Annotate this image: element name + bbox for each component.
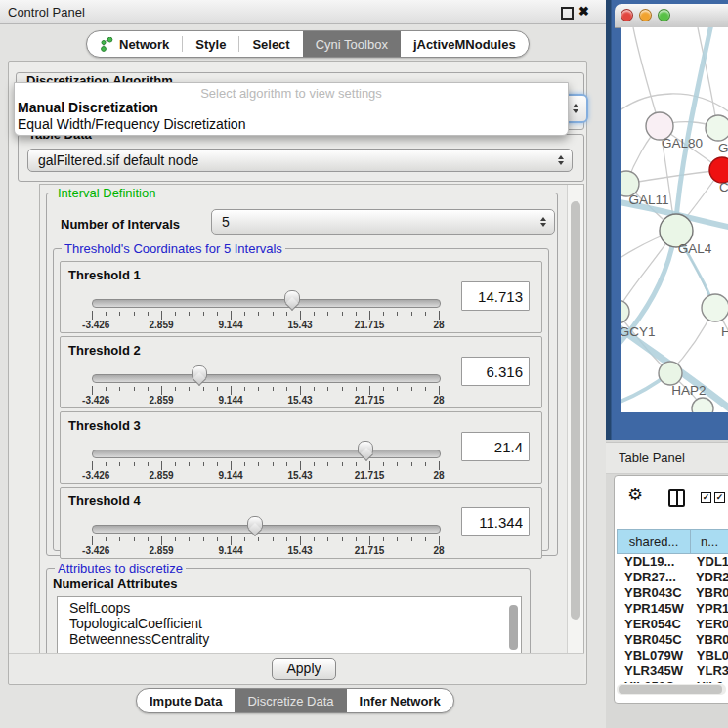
network-edge[interactable] <box>633 27 660 126</box>
tab-impute-data[interactable]: Impute Data <box>137 689 235 712</box>
table-horizontal-scrollbar[interactable] <box>617 684 726 695</box>
tick-mark <box>231 311 232 320</box>
tab-network[interactable]: Network <box>87 31 182 57</box>
cell-name[interactable]: YDL1 <box>691 554 728 570</box>
column-header-n-[interactable]: n... <box>691 529 728 554</box>
node-bottom[interactable] <box>692 398 713 412</box>
slider-thumb[interactable] <box>358 441 373 462</box>
scrollbar-thumb[interactable] <box>571 201 580 620</box>
table-row[interactable]: YLR345WYLR3 <box>617 664 728 679</box>
cell-shared-name[interactable]: YBR045C <box>617 632 690 648</box>
zoom-light[interactable] <box>658 9 670 21</box>
cell-name[interactable]: YBR0 <box>690 632 728 648</box>
table-row[interactable]: YPR145WYPR1 <box>617 601 728 617</box>
checkbox-icon[interactable]: ✓ <box>701 492 711 503</box>
threshold-value-field[interactable] <box>461 507 530 536</box>
scrollbar-thumb[interactable] <box>619 685 722 694</box>
table-row[interactable]: YER054CYER0 <box>617 617 728 632</box>
slider-thumb[interactable] <box>192 365 207 387</box>
table-row[interactable]: YDL19...YDL1 <box>617 554 728 570</box>
column-header-shared-[interactable]: shared... <box>617 529 691 554</box>
tick-mark <box>286 387 287 391</box>
close-light[interactable] <box>621 9 633 21</box>
tick-mark <box>397 462 398 466</box>
cell-shared-name[interactable]: YIL052C <box>617 679 691 683</box>
threshold-label: Threshold 3 <box>68 418 141 433</box>
algorithm-option-manual-discretization[interactable]: Manual Discretization <box>18 100 158 115</box>
tab-style[interactable]: Style <box>183 31 238 57</box>
threshold-value-field[interactable] <box>461 281 530 311</box>
slider-track[interactable] <box>92 299 441 308</box>
node-gcy1[interactable] <box>621 300 629 323</box>
tick-mark <box>161 386 162 395</box>
threshold-value-field[interactable] <box>461 432 530 461</box>
apply-button[interactable]: Apply <box>272 658 336 680</box>
gear-icon[interactable]: ⚙ <box>627 486 643 503</box>
network-canvas[interactable]: GAL80GAGAL11CGAL4GCY1HHAP2 <box>621 27 728 412</box>
slider-track[interactable] <box>92 525 441 534</box>
node-hap2[interactable] <box>659 362 682 385</box>
scale-label: 2.859 <box>149 320 173 330</box>
tick-mark <box>439 386 440 395</box>
cell-name[interactable]: YPR1 <box>690 601 728 617</box>
cell-name[interactable]: YBR0 <box>690 585 728 601</box>
tick-mark <box>231 386 232 395</box>
attribute-item[interactable]: BetweennessCentrality <box>58 631 521 647</box>
table-data-combobox[interactable]: galFiltered.sif default node <box>27 149 573 172</box>
node-top-right[interactable] <box>706 115 728 141</box>
split-columns-icon[interactable] <box>668 489 685 507</box>
tab-jactivemnodules[interactable]: jActiveMNodules <box>401 31 529 57</box>
tab-infer-network[interactable]: Infer Network <box>347 689 453 712</box>
attribute-item[interactable]: TopologicalCoefficient <box>58 616 521 631</box>
settings-vertical-scrollbar[interactable] <box>567 185 583 654</box>
cell-shared-name[interactable]: YBL079W <box>617 648 691 664</box>
tick-mark <box>383 537 384 541</box>
tab-cyni-toolbox[interactable]: Cyni Toolbox <box>303 31 401 57</box>
cell-shared-name[interactable]: YER054C <box>617 617 690 632</box>
tick-mark <box>119 312 120 316</box>
attributes-groupbox: Attributes to discretize Numerical Attri… <box>46 568 531 655</box>
threshold-value-field[interactable] <box>461 357 530 386</box>
tick-mark <box>203 312 204 316</box>
tick-mark <box>356 387 357 391</box>
tick-mark <box>286 462 287 466</box>
table-row[interactable]: YIL052CYIL0 <box>617 679 728 683</box>
tick-mark <box>369 386 370 395</box>
attributes-list-scrollbar[interactable] <box>509 605 518 650</box>
table-row[interactable]: YBR043CYBR0 <box>617 585 728 601</box>
cell-shared-name[interactable]: YBR043C <box>617 585 690 601</box>
float-icon[interactable] <box>561 7 574 20</box>
checkbox-icon[interactable]: ✓ <box>714 492 725 503</box>
cell-name[interactable]: YDR2 <box>690 570 728 585</box>
minimize-light[interactable] <box>639 9 652 21</box>
close-icon[interactable]: ✖ <box>578 4 589 19</box>
slider-track[interactable] <box>92 374 441 383</box>
table-window: ⚙ ✓ ✓ shared...n... YDL19...YDL1YDR27...… <box>614 475 728 704</box>
tick-mark <box>189 387 190 391</box>
slider-thumb[interactable] <box>284 290 300 312</box>
network-edge[interactable] <box>626 170 721 184</box>
cell-name[interactable]: YLR3 <box>691 664 728 679</box>
slider-track[interactable] <box>92 450 441 458</box>
tab-discretize-data[interactable]: Discretize Data <box>235 689 346 712</box>
tick-mark <box>397 387 398 391</box>
cell-shared-name[interactable]: YPR145W <box>617 601 690 617</box>
cell-name[interactable]: YBL0 <box>691 648 728 664</box>
tab-select[interactable]: Select <box>239 31 302 57</box>
cell-shared-name[interactable]: YDR27... <box>617 570 690 585</box>
table-row[interactable]: YDR27...YDR2 <box>617 570 728 585</box>
slider-thumb[interactable] <box>247 516 263 537</box>
cell-name[interactable]: YER0 <box>690 617 728 632</box>
algorithm-option-equal-width-frequency-discretization[interactable]: Equal Width/Frequency Discretization <box>18 116 245 132</box>
table-row[interactable]: YBL079WYBL0 <box>617 648 728 664</box>
cell-name[interactable]: YIL0 <box>691 679 723 683</box>
tab-label: jActiveMNodules <box>413 37 516 52</box>
table-row[interactable]: YBR045CYBR0 <box>617 632 728 648</box>
tick-mark <box>425 312 426 316</box>
cell-shared-name[interactable]: YDL19... <box>617 554 691 570</box>
attribute-item[interactable]: SelfLoops <box>58 600 521 616</box>
node-right[interactable] <box>702 294 728 321</box>
tick-mark <box>92 536 93 545</box>
number-of-intervals-combobox[interactable]: 5 <box>211 209 555 235</box>
cell-shared-name[interactable]: YLR345W <box>617 664 691 679</box>
